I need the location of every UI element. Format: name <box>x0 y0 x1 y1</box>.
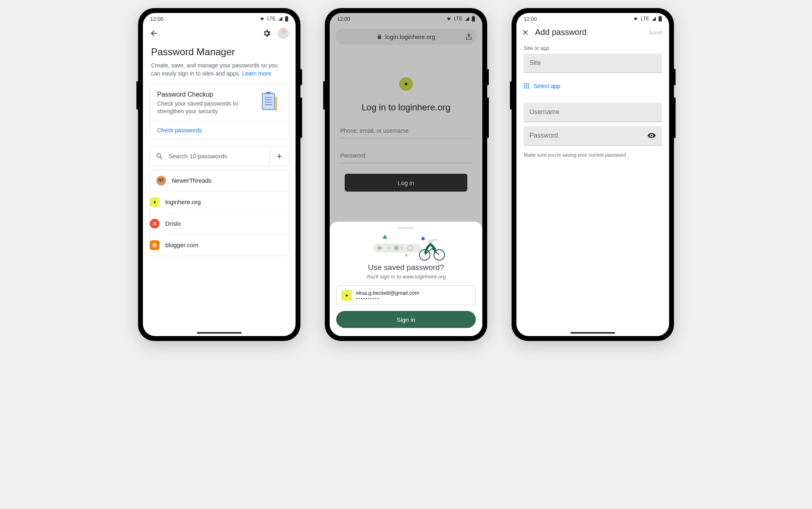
list-item[interactable]: blogger.com <box>168 234 289 256</box>
svg-marker-14 <box>382 235 387 239</box>
svg-rect-28 <box>431 239 437 242</box>
sheet-title: Use saved password? <box>336 263 476 272</box>
username-input[interactable]: Username <box>524 103 662 122</box>
status-bar: 12:00 LTE <box>143 13 296 24</box>
checkup-subtitle: Check your saved passwords to strengthen… <box>157 100 253 115</box>
home-indicator[interactable] <box>570 332 615 334</box>
autofill-bottom-sheet: Use saved password? You'll sign in to ww… <box>330 222 482 336</box>
svg-rect-2 <box>262 93 274 110</box>
site-favicon-drislo <box>150 219 160 229</box>
helper-text: Make sure you're saving your current pas… <box>516 150 669 160</box>
credential-email: elisa.g.beckett@gmail.com <box>356 290 419 296</box>
check-passwords-button[interactable]: Check passwords <box>150 121 289 139</box>
svg-marker-23 <box>404 254 408 258</box>
list-item[interactable]: loginhere.org <box>168 191 289 213</box>
network-label: LTE <box>641 16 649 22</box>
page-subtitle: Create, save, and manage your passwords … <box>143 62 296 84</box>
close-icon[interactable] <box>521 28 529 37</box>
svg-rect-0 <box>285 17 288 22</box>
add-password-button[interactable] <box>269 147 289 166</box>
list-item[interactable]: NT NewerThreads <box>150 170 289 191</box>
screen-add-password: 12:00 LTE Add password Save Site or app … <box>516 13 669 336</box>
site-input[interactable]: Site <box>524 54 662 73</box>
svg-point-22 <box>421 237 425 240</box>
phone-mockup-autofill: 12:00 LTE login.loginhere.org <box>325 8 487 341</box>
svg-rect-8 <box>275 97 277 109</box>
status-bar: 12:00 LTE <box>516 13 669 24</box>
site-label: Site or app <box>516 45 669 51</box>
credential-favicon <box>341 290 352 301</box>
signal-icon <box>651 16 657 21</box>
wifi-icon <box>259 16 265 21</box>
search-passwords-bar: Search 10 passwords <box>149 146 289 166</box>
plus-icon <box>275 152 283 160</box>
search-icon <box>155 152 164 160</box>
search-input[interactable]: Search 10 passwords <box>150 147 269 166</box>
avatar[interactable] <box>278 28 289 39</box>
site-favicon-blogger <box>150 240 160 250</box>
sign-in-button[interactable]: Sign in <box>336 311 476 328</box>
home-indicator[interactable] <box>197 332 242 334</box>
site-favicon-loginhere <box>150 197 160 207</box>
status-time: 12:00 <box>524 16 537 22</box>
svg-rect-30 <box>659 17 662 22</box>
svg-point-29 <box>346 294 348 296</box>
learn-more-link[interactable]: Learn more <box>242 70 271 77</box>
svg-rect-1 <box>286 16 287 17</box>
svg-point-19 <box>394 246 399 250</box>
network-label: LTE <box>267 16 276 22</box>
save-button[interactable]: Save <box>649 29 663 36</box>
wifi-icon <box>633 16 639 21</box>
site-favicon-newerthreads: NT <box>156 176 166 185</box>
back-icon[interactable] <box>149 29 158 38</box>
page-title: Add password <box>535 28 649 37</box>
credential-password-masked: •••••••••• <box>356 296 419 301</box>
list-item[interactable]: Drislo <box>168 213 289 234</box>
sheet-grab-handle[interactable] <box>398 227 414 229</box>
password-input[interactable]: Password <box>524 126 662 146</box>
sheet-illustration <box>336 231 476 261</box>
checkup-title: Password Checkup <box>157 91 253 98</box>
search-placeholder: Search 10 passwords <box>168 153 227 160</box>
phone-mockup-add-password: 12:00 LTE Add password Save Site or app … <box>512 8 674 341</box>
checkup-illustration <box>259 91 281 115</box>
svg-rect-3 <box>266 92 271 94</box>
battery-icon <box>285 16 288 22</box>
select-app-button[interactable]: Select app <box>516 77 669 99</box>
svg-marker-9 <box>275 109 277 111</box>
battery-icon <box>659 16 662 22</box>
svg-point-10 <box>154 201 156 203</box>
svg-rect-17 <box>377 247 383 249</box>
saved-credential-option[interactable]: elisa.g.beckett@gmail.com •••••••••• <box>336 285 476 305</box>
screen-password-manager: 12:00 LTE Password Manager Create, save,… <box>143 13 296 336</box>
signal-icon <box>278 16 283 21</box>
screen-autofill: 12:00 LTE login.loginhere.org <box>330 13 482 336</box>
apps-grid-icon <box>524 83 529 89</box>
visibility-toggle-icon[interactable] <box>647 131 656 140</box>
sheet-subtitle: You'll sign in to www.loginhere.org <box>336 274 476 280</box>
password-list: NT NewerThreads loginhere.org Drislo bl <box>149 170 289 256</box>
page-title: Password Manager <box>143 42 296 62</box>
status-time: 12:00 <box>150 16 164 22</box>
password-checkup-card: Password Checkup Check your saved passwo… <box>149 84 289 140</box>
phone-mockup-password-manager: 12:00 LTE Password Manager Create, save,… <box>138 8 300 341</box>
svg-rect-31 <box>659 16 661 17</box>
gear-icon[interactable] <box>262 29 271 38</box>
